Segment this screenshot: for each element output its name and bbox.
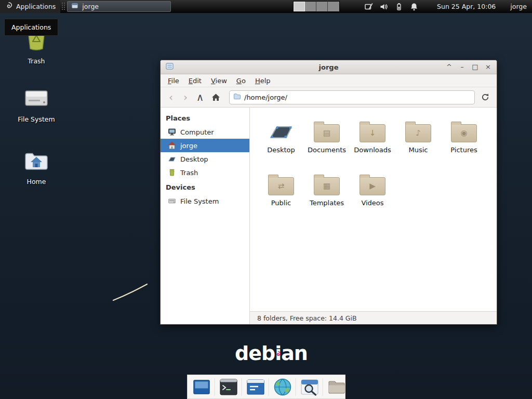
dock-separator [296,378,297,396]
dock-separator [269,378,270,396]
path-input[interactable] [244,94,471,101]
app-finder-launcher-icon[interactable] [300,377,320,397]
volume-icon[interactable] [380,3,388,11]
user-menu[interactable]: jorge [510,3,527,10]
close-button[interactable]: × [484,60,492,74]
desktop-launcher-icon[interactable] [192,377,211,397]
menu-edit[interactable]: Edit [184,75,206,86]
folder-label: Public [271,199,291,207]
computer-icon [168,128,176,136]
clock[interactable]: Sun 25 Apr, 10:06 [437,3,496,10]
drive-mini-icon [168,197,176,205]
menu-view[interactable]: View [206,75,232,86]
sidebar-item-computer[interactable]: Computer [161,125,249,139]
desktop-mini-icon [168,155,176,163]
downloads-emblem-icon: ↓ [360,129,385,137]
file-manager-launcher-icon[interactable] [327,377,347,397]
folder-item-documents[interactable]: ▤ Documents [304,117,350,163]
folder-item-videos[interactable]: ▶ Videos [350,170,395,216]
folder-item-music[interactable]: ♪ Music [395,117,441,163]
terminal-launcher-icon[interactable] [219,377,238,397]
desktop-icon-label: Trash [28,57,45,65]
back-button[interactable]: ‹ [166,92,176,102]
hard-drive-icon [24,87,48,111]
folder-icon: ▤ [314,124,340,142]
minimize-button[interactable]: – [458,60,466,74]
menu-go[interactable]: Go [232,75,250,86]
taskbar-window-icon [71,2,78,11]
toolbar: ‹ › ∧ [161,87,497,108]
folder-item-public[interactable]: ⇄ Public [258,170,304,216]
forward-button[interactable]: › [180,92,191,102]
sidebar: Places Computer jorge Desktop Trash [161,108,250,324]
folder-icon: ▶ [360,177,385,195]
folder-label: Music [409,146,428,154]
folder-label: Pictures [450,146,477,154]
music-emblem-icon: ♪ [406,129,431,137]
folder-icon: ▦ [314,177,340,195]
up-button[interactable]: ∧ [195,92,205,102]
panel-handle [61,2,65,11]
menu-file[interactable]: File [163,75,184,86]
sidebar-item-desktop[interactable]: Desktop [161,152,249,166]
taskbar-window-button[interactable]: jorge [67,1,171,12]
top-panel: Applications jorge [0,0,532,13]
workspace-1[interactable] [294,2,305,11]
dock-separator [323,378,324,396]
templates-emblem-icon: ▦ [314,182,339,190]
folder-item-templates[interactable]: ▦ Templates [304,170,350,216]
public-emblem-icon: ⇄ [269,182,294,190]
right-pane: Desktop ▤ Documents ↓ Downloads ♪ Music [250,108,497,324]
pictures-emblem-icon: ◉ [451,129,476,137]
bottom-dock [187,375,345,399]
home-button[interactable] [209,93,222,102]
icon-view: Desktop ▤ Documents ↓ Downloads ♪ Music [250,108,497,311]
taskbar-window-label: jorge [82,3,99,10]
sidebar-item-jorge[interactable]: jorge [161,139,249,152]
dock-separator [215,378,216,396]
documents-emblem-icon: ▤ [314,129,339,137]
input-device-icon[interactable] [365,3,373,11]
folder-label: Templates [310,199,344,207]
folder-item-downloads[interactable]: ↓ Downloads [350,117,395,163]
desktop-filesystem-icon[interactable]: File System [14,87,59,123]
debian-logo-text: debian [235,342,308,365]
sidebar-item-file-system[interactable]: File System [161,194,249,208]
applications-label: Applications [16,3,56,10]
menubar: File Edit View Go Help [161,74,497,87]
shade-button[interactable]: ^ [445,60,453,74]
desktop: Applications jorge [0,0,532,399]
folder-icon: ⇄ [268,177,294,195]
statusbar: 8 folders, Free space: 14.4 GiB [250,311,497,324]
workspace-4[interactable] [328,2,339,11]
desktop-home-icon[interactable]: Home [14,151,59,185]
sidebar-item-trash[interactable]: Trash [161,166,249,179]
folder-label: Videos [361,199,383,207]
titlebar[interactable]: jorge ^ – □ × [161,60,497,74]
sidebar-item-label: Trash [180,169,198,177]
trash-mini-icon [168,168,176,177]
location-bar[interactable] [229,90,475,104]
window-controls: ^ – □ × [445,60,492,74]
console-launcher-icon[interactable] [246,377,265,397]
maximize-button[interactable]: □ [471,60,479,74]
folder-item-pictures[interactable]: ◉ Pictures [441,117,487,163]
workspace-2[interactable] [305,2,316,11]
power-icon[interactable] [395,3,403,11]
home-icon [168,141,176,150]
system-tray [365,3,418,11]
web-browser-launcher-icon[interactable] [273,377,292,397]
desktop-icon-label: Home [27,178,46,185]
notifications-bell-icon[interactable] [410,3,418,11]
workspace-3[interactable] [316,2,328,11]
folder-icon: ◉ [451,124,477,142]
window-body: Places Computer jorge Desktop Trash [161,108,497,324]
desktop-icon-label: File System [18,115,55,123]
reload-button[interactable] [479,93,491,101]
menu-help[interactable]: Help [250,75,275,86]
applications-icon [5,2,13,11]
applications-menu-button[interactable]: Applications [0,0,60,13]
sidebar-devices-header: Devices [161,179,249,194]
folder-item-desktop[interactable]: Desktop [258,117,304,163]
sidebar-item-label: Computer [180,128,214,136]
